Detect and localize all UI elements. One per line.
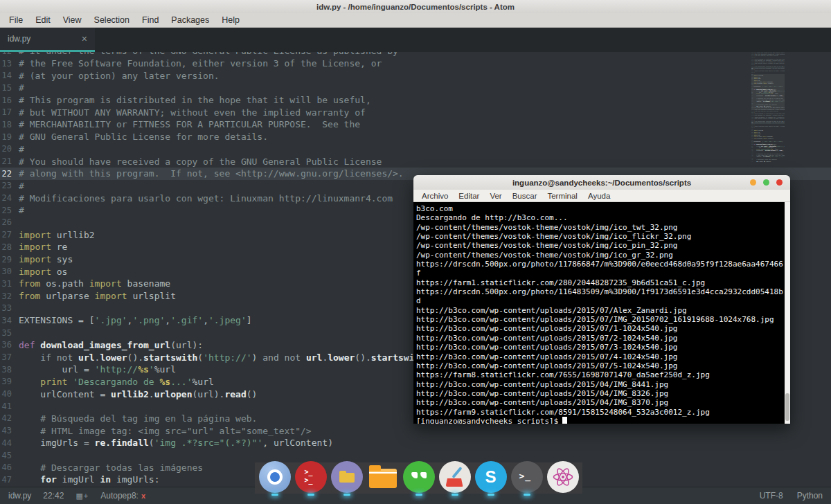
code-line: 24# Modificaciones para usarlo con wget:… — [751, 125, 785, 127]
terminal-line: https://drscdn.500px.org/photo/116483509… — [416, 287, 790, 296]
statusbar-encoding[interactable]: UTF-8 — [760, 491, 783, 501]
dock-item-atom-editor[interactable] — [547, 461, 579, 493]
git-diff-icon[interactable]: ▦+ — [75, 492, 89, 501]
code-line: 24# Modificaciones para usarlo con wget:… — [751, 71, 785, 72]
code-line[interactable]: 21# You should have received a copy of t… — [0, 155, 831, 168]
dock-item-red-terminal[interactable] — [295, 461, 327, 493]
code-line[interactable]: 19# GNU General Public License for more … — [0, 131, 831, 143]
red-terminal-icon — [295, 461, 327, 493]
line-number: 19 — [0, 132, 19, 142]
line-content: # the Free Software Foundation, either v… — [19, 58, 382, 69]
tab-idw-py[interactable]: idw.py × — [0, 28, 95, 52]
terminal-line: /wp-content/themes/vostok-theme/vostok/i… — [416, 241, 790, 250]
terminal-line: http://b3co.com/wp-content/uploads/2015/… — [416, 352, 790, 361]
code-line[interactable]: 45 — [0, 449, 831, 462]
line-content: print 'Descargando de %s...'%url — [19, 377, 214, 387]
code-line[interactable]: 13# the Free Software Foundation, either… — [0, 57, 831, 70]
window-title: idw.py - /home/inguanzo/Documentos/scrip… — [316, 3, 515, 11]
atom-icon — [551, 465, 575, 489]
line-content: from urlparse import urlsplit — [753, 138, 773, 139]
terminal-line: http://b3co.com/wp-content/uploads/2015/… — [416, 334, 790, 343]
statusbar-filename[interactable]: idw.py — [8, 491, 31, 501]
code-line[interactable]: 20# — [0, 143, 831, 156]
terminal-line: https://farm8.staticflickr.com/7655/1698… — [416, 370, 790, 379]
line-content: url = 'http://%s'%url — [19, 364, 176, 375]
code-line: 34EXTENSIONS = ['.jpg','.png','.gif','.j… — [751, 141, 785, 142]
terminal-cursor — [562, 417, 567, 424]
terminal-line: http://b3co.com/wp-content/uploads/2015/… — [416, 398, 790, 407]
terminal-titlebar[interactable]: inguanzo@sandycheeks:~/Documentos/script… — [413, 175, 790, 190]
terminal-menu-item-editar[interactable]: Editar — [458, 192, 479, 200]
code-line[interactable]: 17# but WITHOUT ANY WARRANTY; without ev… — [0, 106, 831, 118]
line-number: 42 — [0, 413, 19, 423]
terminal-scrollbar[interactable] — [785, 202, 790, 424]
close-icon[interactable]: × — [82, 34, 87, 44]
line-number: 25 — [0, 206, 19, 215]
dock-item-archive-manager[interactable] — [331, 461, 363, 493]
line-number: 13 — [0, 59, 19, 69]
line-content: # along with this program. If not, see <… — [753, 123, 785, 124]
dock-item-hangouts[interactable] — [403, 461, 435, 493]
terminal-menu-item-buscar[interactable]: Buscar — [512, 192, 537, 200]
code-line-active: 22# along with this program. If not, see… — [751, 67, 785, 69]
terminal-window-buttons — [750, 179, 783, 186]
line-number: 26 — [0, 217, 19, 227]
line-content: import os — [19, 267, 67, 277]
code-line[interactable]: 44 imgUrls = re.findall('img .*?src="(.*… — [0, 437, 831, 449]
menu-item-file[interactable]: File — [3, 15, 29, 25]
line-content: # GNU General Public License for more de… — [19, 132, 268, 142]
terminal-menu-item-ver[interactable]: Ver — [490, 192, 501, 200]
code-line[interactable]: 18# MERCHANTABILITY or FITNESS FOR A PAR… — [0, 118, 831, 131]
line-number: 32 — [0, 291, 19, 301]
minimap-viewport[interactable] — [751, 74, 785, 110]
menu-item-selection[interactable]: Selection — [88, 15, 136, 25]
line-number: 29 — [0, 255, 19, 264]
terminal-output[interactable]: b3co.comDescargando de http://b3co.com..… — [413, 202, 790, 424]
line-content: for imgUrl in imgUrls: — [19, 474, 160, 485]
minimize-button[interactable] — [750, 179, 756, 186]
code-line[interactable]: 12# it under the terms of the GNU Genera… — [0, 52, 831, 57]
code-line[interactable]: 15# — [0, 82, 831, 94]
code-line[interactable]: 43 # HTML image tag: <img src="url" alt=… — [0, 424, 831, 437]
terminal-menu-item-archivo[interactable]: Archivo — [422, 192, 448, 200]
line-content: # — [19, 144, 24, 154]
menu-item-find[interactable]: Find — [136, 15, 165, 25]
menu-item-packages[interactable]: Packages — [165, 15, 215, 25]
menu-item-view[interactable]: View — [57, 15, 88, 25]
autopep8-error-icon: x — [141, 492, 145, 500]
file-manager-icon — [367, 461, 399, 493]
dock-item-terminal[interactable] — [511, 461, 543, 493]
line-content: from urlparse import urlsplit — [19, 291, 176, 301]
autopep8-status[interactable]: Autopep8:x — [100, 491, 145, 501]
line-content: # (at your option) any later version. — [753, 110, 778, 111]
maximize-button[interactable] — [763, 179, 769, 186]
line-number: 21 — [0, 156, 19, 166]
line-content: # This program is distributed in the hop… — [19, 95, 371, 105]
code-line: 47 for imgUrl in imgUrls: — [751, 161, 785, 162]
line-content: imgUrls = re.findall('img .*?src="(.*?)"… — [753, 156, 785, 158]
dock-item-mail-client[interactable] — [439, 461, 471, 493]
tab-label: idw.py — [8, 34, 82, 44]
line-content: urlContent = urllib2.urlopen(url).read() — [753, 150, 783, 152]
dock-item-file-manager[interactable] — [367, 461, 399, 493]
terminal-menu-item-ayuda[interactable]: Ayuda — [588, 192, 610, 200]
terminal-line: http://b3co.com/wp-content/uploads/2015/… — [416, 324, 790, 333]
hangouts-icon — [403, 461, 435, 493]
code-line[interactable]: 16# This program is distributed in the h… — [0, 94, 831, 107]
dock-item-skype[interactable] — [475, 461, 507, 493]
line-number: 37 — [0, 352, 19, 362]
dock-item-chromium-browser[interactable] — [259, 461, 291, 493]
terminal-scrollbar-thumb[interactable] — [785, 393, 789, 421]
statusbar-language[interactable]: Python — [797, 491, 823, 501]
line-number: 17 — [0, 107, 19, 117]
line-number: 27 — [0, 230, 19, 240]
close-button[interactable] — [776, 179, 783, 186]
line-content: import re — [19, 242, 67, 252]
line-number: 31 — [0, 279, 19, 289]
line-number: 41 — [0, 402, 19, 411]
menu-item-help[interactable]: Help — [215, 15, 246, 25]
code-line[interactable]: 14# (at your option) any later version. — [0, 69, 831, 82]
menu-item-edit[interactable]: Edit — [29, 15, 57, 25]
terminal-menu-item-terminal[interactable]: Terminal — [547, 192, 577, 200]
statusbar-cursor-position[interactable]: 22:42 — [43, 491, 64, 501]
